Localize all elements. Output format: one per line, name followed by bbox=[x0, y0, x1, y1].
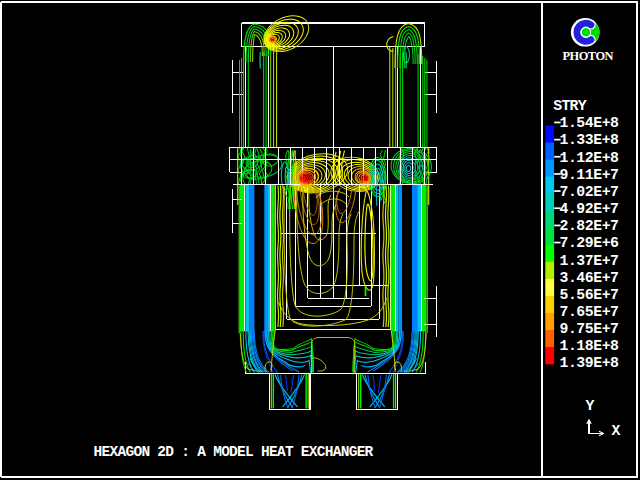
svg-text:1.37E+7: 1.37E+7 bbox=[560, 253, 619, 269]
svg-text:1.12E+8: 1.12E+8 bbox=[560, 150, 620, 166]
svg-text:5.56E+7: 5.56E+7 bbox=[560, 287, 619, 303]
svg-text:1.33E+8: 1.33E+8 bbox=[560, 132, 620, 148]
svg-text:PHOTON: PHOTON bbox=[563, 49, 614, 63]
svg-text:X: X bbox=[612, 423, 621, 439]
svg-text:STRY: STRY bbox=[553, 98, 586, 114]
svg-text:2.82E+7: 2.82E+7 bbox=[560, 218, 619, 234]
svg-text:7.65E+7: 7.65E+7 bbox=[560, 304, 619, 320]
svg-text:4.92E+7: 4.92E+7 bbox=[560, 201, 619, 217]
svg-text:1.54E+8: 1.54E+8 bbox=[560, 115, 620, 131]
svg-text:9.75E+7: 9.75E+7 bbox=[560, 321, 619, 337]
svg-text:7.02E+7: 7.02E+7 bbox=[560, 184, 619, 200]
svg-text:3.46E+7: 3.46E+7 bbox=[560, 270, 619, 286]
svg-text:7.29E+6: 7.29E+6 bbox=[560, 235, 620, 251]
svg-text:1.18E+8: 1.18E+8 bbox=[560, 338, 620, 354]
svg-text:9.11E+7: 9.11E+7 bbox=[560, 167, 619, 183]
svg-text:Y: Y bbox=[586, 398, 595, 414]
svg-text:HEXAGON 2D : A MODEL HEAT EXCH: HEXAGON 2D : A MODEL HEAT EXCHANGER bbox=[94, 444, 374, 460]
svg-text:1.39E+8: 1.39E+8 bbox=[560, 355, 620, 371]
